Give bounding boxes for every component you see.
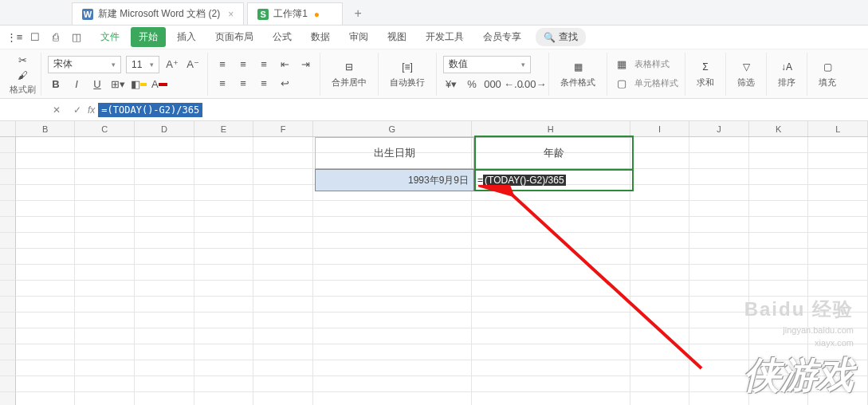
cell[interactable] xyxy=(135,281,194,297)
cell-g2[interactable]: 1993年9月9日 xyxy=(315,169,474,191)
cell[interactable] xyxy=(689,137,749,153)
cell[interactable] xyxy=(313,265,472,281)
cell[interactable] xyxy=(630,392,690,405)
cell[interactable] xyxy=(75,281,135,297)
cell[interactable] xyxy=(630,376,690,392)
cell[interactable] xyxy=(313,344,472,360)
cell[interactable] xyxy=(135,217,194,233)
cell[interactable] xyxy=(808,201,868,217)
accept-formula-icon[interactable]: ✓ xyxy=(69,101,86,119)
percent-icon[interactable]: % xyxy=(464,77,480,92)
italic-icon[interactable]: I xyxy=(69,77,84,92)
underline-icon[interactable]: U xyxy=(89,77,105,92)
cell[interactable] xyxy=(253,344,313,360)
cell[interactable] xyxy=(135,153,194,169)
tab-close-icon[interactable]: × xyxy=(220,9,234,20)
cell[interactable] xyxy=(630,185,690,201)
number-format-combo[interactable]: 数值▾ xyxy=(443,56,531,73)
cell[interactable] xyxy=(16,281,76,297)
cell[interactable] xyxy=(630,169,690,185)
indent-left-icon[interactable]: ⇤ xyxy=(277,57,293,73)
cell[interactable] xyxy=(135,185,194,201)
cell[interactable] xyxy=(689,328,749,344)
cell[interactable] xyxy=(689,281,749,297)
cell[interactable] xyxy=(135,297,194,313)
cell[interactable] xyxy=(253,281,313,297)
cell[interactable] xyxy=(135,344,194,360)
cell[interactable] xyxy=(16,328,76,344)
cell[interactable] xyxy=(253,313,313,328)
save-icon[interactable]: ☐ xyxy=(27,29,43,45)
cell[interactable] xyxy=(194,233,254,249)
merge-center-button[interactable]: ⊟ 合并居中 xyxy=(327,59,371,88)
col-header-H[interactable]: H xyxy=(472,121,630,136)
cell[interactable] xyxy=(749,297,809,313)
bold-icon[interactable]: B xyxy=(48,77,64,92)
cell[interactable] xyxy=(194,217,254,233)
cell[interactable] xyxy=(689,376,749,392)
indent-right-icon[interactable]: ⇥ xyxy=(297,57,313,73)
cell[interactable] xyxy=(630,281,690,297)
fx-icon[interactable]: fx xyxy=(88,104,95,116)
cell[interactable] xyxy=(75,265,135,281)
font-color-icon[interactable]: A xyxy=(151,77,167,92)
cell[interactable] xyxy=(689,153,749,169)
cell[interactable] xyxy=(253,217,313,233)
wrap-icon[interactable]: ↩ xyxy=(277,76,293,92)
cell[interactable] xyxy=(16,137,76,153)
cell[interactable] xyxy=(313,281,472,297)
cell[interactable] xyxy=(194,169,254,185)
col-header-K[interactable]: K xyxy=(749,121,809,136)
cell[interactable] xyxy=(253,376,313,392)
cell[interactable] xyxy=(808,265,868,281)
cell[interactable] xyxy=(472,313,630,328)
cell[interactable] xyxy=(16,153,76,169)
cell[interactable] xyxy=(75,297,135,313)
cell[interactable] xyxy=(135,392,194,405)
cell[interactable] xyxy=(808,233,868,249)
cell[interactable] xyxy=(749,328,809,344)
align-left-icon[interactable]: ≡ xyxy=(214,76,230,92)
cell[interactable] xyxy=(689,265,749,281)
table-style-icon[interactable]: ▦ xyxy=(614,57,630,73)
col-header-D[interactable]: D xyxy=(135,121,194,136)
cond-format-button[interactable]: ▦ 条件格式 xyxy=(556,59,600,88)
formula-input[interactable]: =(TODAY()-G2)/365 xyxy=(98,103,202,117)
cell[interactable] xyxy=(313,217,472,233)
cell[interactable] xyxy=(194,249,254,265)
cell[interactable] xyxy=(689,344,749,360)
cell[interactable] xyxy=(749,249,809,265)
cell[interactable] xyxy=(630,201,690,217)
cell[interactable] xyxy=(194,185,254,201)
cell[interactable] xyxy=(194,360,254,376)
cell[interactable] xyxy=(749,265,809,281)
tab-sheet-doc[interactable]: S 工作簿1 ● xyxy=(247,2,343,25)
cell[interactable] xyxy=(689,249,749,265)
menu-data[interactable]: 数据 xyxy=(303,27,338,47)
cell[interactable] xyxy=(808,376,868,392)
cell[interactable] xyxy=(194,313,254,328)
cell[interactable] xyxy=(749,344,809,360)
cell[interactable] xyxy=(16,360,76,376)
cell[interactable] xyxy=(253,328,313,344)
cell[interactable] xyxy=(808,392,868,405)
cell[interactable] xyxy=(749,153,809,169)
cell[interactable] xyxy=(253,153,313,169)
cell[interactable] xyxy=(194,392,254,405)
menu-review[interactable]: 审阅 xyxy=(341,27,376,47)
menu-view[interactable]: 视图 xyxy=(379,27,414,47)
align-right-icon[interactable]: ≡ xyxy=(256,76,272,92)
cell[interactable] xyxy=(16,392,76,405)
cell[interactable] xyxy=(313,153,472,169)
cell[interactable] xyxy=(808,297,868,313)
cell[interactable] xyxy=(135,233,194,249)
autowrap-button[interactable]: [≡] 自动换行 xyxy=(385,59,430,88)
currency-icon[interactable]: ¥▾ xyxy=(443,77,459,92)
align-middle-icon[interactable]: ≡ xyxy=(235,57,251,73)
cell[interactable] xyxy=(16,233,76,249)
menu-devtools[interactable]: 开发工具 xyxy=(418,27,472,47)
col-header-B[interactable]: B xyxy=(16,121,76,136)
cell[interactable] xyxy=(472,297,630,313)
cell[interactable] xyxy=(16,297,76,313)
cell[interactable] xyxy=(630,328,690,344)
